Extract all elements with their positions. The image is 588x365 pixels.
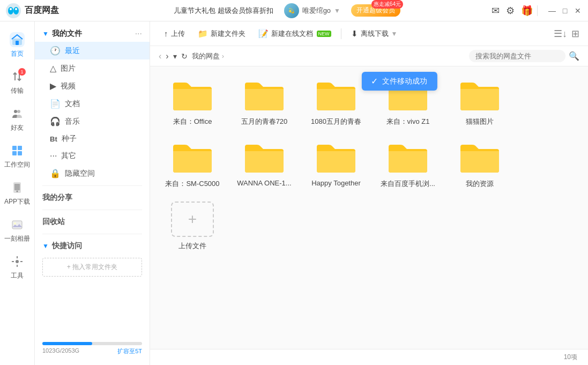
folder-item-happytogether[interactable]: Happy Together <box>307 139 366 189</box>
svg-rect-10 <box>18 146 22 150</box>
folder-item-frombrowser[interactable]: 来自百度手机浏... <box>378 139 437 189</box>
avatar[interactable]: 💫 <box>284 3 299 18</box>
svg-point-4 <box>15 8 17 10</box>
minimize-button[interactable]: — <box>547 6 557 16</box>
storage-upgrade-link[interactable]: 扩容至5T <box>117 347 142 355</box>
docs-icon: 📄 <box>50 99 61 109</box>
mail-icon[interactable]: ✉ <box>492 5 500 17</box>
nav-item-friends[interactable]: 好友 <box>0 101 34 138</box>
sidebar-item-video[interactable]: ▶ 视频 <box>35 77 150 95</box>
sidebar-divider-2 <box>42 210 142 210</box>
sidebar-item-recent[interactable]: 🕐 最近 <box>35 42 150 59</box>
close-button[interactable]: ✕ <box>573 6 583 16</box>
svg-point-18 <box>16 260 19 263</box>
nav-item-tools[interactable]: 工具 <box>0 249 34 286</box>
svg-rect-9 <box>12 146 17 150</box>
folder-item-wannaone[interactable]: WANNA ONE-1... <box>235 139 294 189</box>
folder-name-catpic: 猫猫图片 <box>466 117 494 126</box>
storage-bar-bg <box>42 342 142 345</box>
svg-rect-12 <box>18 151 22 155</box>
breadcrumb-root[interactable]: 我的网盘 <box>192 51 220 61</box>
svg-rect-11 <box>12 151 17 155</box>
folder-item-myresource[interactable]: 我的资源 <box>450 139 509 189</box>
app-title: 百度网盘 <box>25 5 59 16</box>
sort-icon[interactable]: ☰↓ <box>554 28 567 40</box>
user-area: 💫 唯爱绾go ▼ <box>284 3 340 18</box>
upload-placeholder[interactable]: + <box>171 202 214 237</box>
upload-button[interactable]: ↑ 上传 <box>159 26 190 41</box>
folder-item-catpic[interactable]: 猫猫图片 <box>450 77 509 126</box>
folder-name-frombrowser: 来自百度手机浏... <box>381 179 435 189</box>
upgrade-button[interactable]: 开通超级会员 惠走减64元 <box>351 4 400 17</box>
grid-view-icon[interactable]: ⊞ <box>571 28 579 40</box>
nav-item-home[interactable]: 首页 <box>0 27 34 64</box>
new-online-doc-button[interactable]: 📝 新建在线文档 NEW <box>253 26 337 41</box>
settings-icon[interactable]: ⚙ <box>506 5 515 17</box>
breadcrumb: 我的网盘 › <box>192 51 224 61</box>
nav-item-album[interactable]: 一刻相册 <box>0 212 34 249</box>
nav-label-appdownload: APP下载 <box>4 197 30 206</box>
sidebar-item-recycle[interactable]: 回收站 <box>35 213 150 230</box>
search-input[interactable] <box>469 50 565 62</box>
other-label: 其它 <box>61 151 76 161</box>
music-label: 音乐 <box>65 117 80 126</box>
folder-item-smc5000[interactable]: 来自：SM-C5000 <box>163 139 222 189</box>
nav-label-friends: 好友 <box>11 123 24 132</box>
upload-icon: ↑ <box>164 29 168 38</box>
svg-point-7 <box>14 110 17 113</box>
offline-download-button[interactable]: ⬇ 离线下载 ▼ <box>346 26 403 41</box>
nav-path-dropdown[interactable]: ▾ <box>173 52 177 61</box>
new-folder-button[interactable]: 📁 新建文件夹 <box>192 26 251 41</box>
sidebar-item-docs[interactable]: 📄 文档 <box>35 95 150 113</box>
gift-icon[interactable]: 🎁 <box>521 5 533 17</box>
sidebar-item-music[interactable]: 🎧 音乐 <box>35 113 150 130</box>
my-files-title: ▼ 我的文件 <box>42 29 82 39</box>
folder-name-wannaone: WANNA ONE-1... <box>237 179 291 187</box>
nav-forward-icon[interactable]: › <box>166 51 168 61</box>
offline-dropdown-icon[interactable]: ▼ <box>391 30 398 38</box>
sidebar-item-other[interactable]: ··· 其它 <box>35 147 150 165</box>
appdownload-icon <box>10 180 25 195</box>
video-label: 视频 <box>61 81 76 91</box>
toolbar: ↑ 上传 📁 新建文件夹 📝 新建在线文档 NEW ⬇ 离线下载 ▼ ☰↓ ⊞ <box>150 21 588 46</box>
folder-item-upload[interactable]: + 上传文件 <box>163 202 222 251</box>
search-icon[interactable]: 🔍 <box>569 51 579 61</box>
titlebar-divider <box>537 5 538 16</box>
restore-button[interactable]: □ <box>560 6 570 16</box>
transfer-icon: 1 <box>10 69 25 84</box>
folder-icon-happytogether <box>315 139 358 175</box>
folder-item-office[interactable]: 来自：Office <box>163 77 222 126</box>
sidebar-item-bt[interactable]: Bt 种子 <box>35 130 150 147</box>
folder-item-youth720[interactable]: 五月的青春720 <box>235 77 294 126</box>
video-icon: ▶ <box>50 81 56 91</box>
nav-label-workspace: 工作空间 <box>4 160 30 169</box>
left-nav: 首页 1 传输 好友 工作空间 APP下载 <box>0 21 35 365</box>
nav-back-icon[interactable]: ‹ <box>159 51 161 61</box>
titlebar: 百度网盘 儿童节大礼包 超级会员惊喜折扣 💫 唯爱绾go ▼ 开通超级会员 惠走… <box>0 0 588 21</box>
offline-download-label: 离线下载 <box>361 29 389 39</box>
user-name[interactable]: 唯爱绾go <box>302 6 331 16</box>
dropdown-icon[interactable]: ▼ <box>334 7 340 14</box>
sidebar-divider-3 <box>42 234 142 234</box>
bt-icon: Bt <box>50 135 57 143</box>
quick-access-header[interactable]: ▼ 快捷访问 <box>35 237 150 255</box>
nav-item-transfer[interactable]: 1 传输 <box>0 64 34 101</box>
my-files-header[interactable]: ▼ 我的文件 ··· <box>35 26 150 42</box>
nav-item-workspace[interactable]: 工作空间 <box>0 138 34 175</box>
recent-icon: 🕐 <box>50 46 61 56</box>
drop-zone[interactable]: + 拖入常用文件夹 <box>42 258 142 277</box>
nav-refresh-icon[interactable]: ↻ <box>181 52 188 61</box>
sidebar-item-hidden[interactable]: 🔒 隐藏空间 <box>35 165 150 182</box>
nav-item-appdownload[interactable]: APP下载 <box>0 175 34 212</box>
sidebar-item-myshare[interactable]: 我的分享 <box>35 189 150 206</box>
hidden-icon: 🔒 <box>50 168 61 178</box>
folder-icon-office <box>171 77 214 113</box>
folder-item-1080youth[interactable]: 1080五月的青春 <box>307 77 366 126</box>
svg-rect-6 <box>16 41 19 45</box>
promo-text[interactable]: 儿童节大礼包 超级会员惊喜折扣 <box>174 6 273 16</box>
logo-icon <box>5 3 21 19</box>
sidebar-item-images[interactable]: △ 图片 <box>35 59 150 77</box>
folder-name-myresource: 我的资源 <box>466 179 494 189</box>
my-files-more-icon[interactable]: ··· <box>135 29 142 39</box>
nav-label-transfer: 传输 <box>11 86 24 95</box>
